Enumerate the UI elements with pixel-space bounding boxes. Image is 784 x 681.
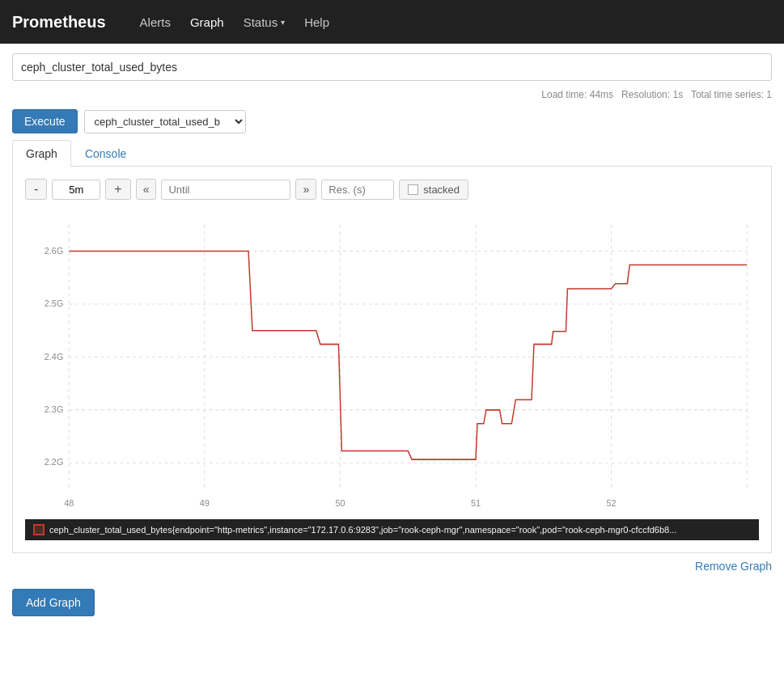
execute-button[interactable]: Execute xyxy=(12,109,78,133)
nav-alerts[interactable]: Alerts xyxy=(130,9,180,36)
svg-text:2.5G: 2.5G xyxy=(44,298,63,308)
legend-color-swatch xyxy=(33,524,44,535)
brand-link[interactable]: Prometheus xyxy=(12,13,106,32)
until-input[interactable] xyxy=(161,180,290,200)
svg-text:2.4G: 2.4G xyxy=(44,351,63,361)
load-time-value: 44ms xyxy=(590,89,613,100)
graph-panel: - + « » stacked .grid-line { stroke: #dd… xyxy=(12,167,772,553)
tab-graph[interactable]: Graph xyxy=(12,140,71,167)
svg-text:51: 51 xyxy=(471,498,481,508)
stacked-button[interactable]: stacked xyxy=(399,180,468,200)
zoom-in-button[interactable]: + xyxy=(105,179,130,200)
controls-row: Execute ceph_cluster_total_used_b xyxy=(12,109,772,133)
dropdown-caret-icon: ▾ xyxy=(281,18,285,27)
nav-status[interactable]: Status ▾ xyxy=(234,9,295,36)
svg-text:48: 48 xyxy=(64,498,74,508)
nav-forward-button[interactable]: » xyxy=(295,179,316,200)
tab-bar: Graph Console xyxy=(12,140,772,167)
main-content: Load time: 44ms Resolution: 1s Total tim… xyxy=(0,44,784,626)
resolution-label: Resolution: xyxy=(621,89,670,100)
chart-svg: .grid-line { stroke: #ddd; stroke-width:… xyxy=(25,212,759,519)
svg-text:50: 50 xyxy=(335,498,345,508)
nav-graph[interactable]: Graph xyxy=(180,9,234,36)
res-input[interactable] xyxy=(321,180,394,200)
navbar: Prometheus Alerts Graph Status ▾ Help xyxy=(0,0,784,44)
svg-text:52: 52 xyxy=(607,498,617,508)
resolution-value: 1s xyxy=(672,89,683,100)
nav-back-button[interactable]: « xyxy=(136,179,157,200)
add-graph-button[interactable]: Add Graph xyxy=(12,589,95,616)
svg-text:2.3G: 2.3G xyxy=(44,404,63,414)
stacked-label: stacked xyxy=(423,184,460,196)
query-input[interactable] xyxy=(12,53,772,81)
graph-controls: - + « » stacked xyxy=(25,179,759,200)
total-series-value: 1 xyxy=(766,89,772,100)
duration-input[interactable] xyxy=(52,180,100,200)
svg-text:2.6G: 2.6G xyxy=(44,246,63,256)
remove-graph-link[interactable]: Remove Graph xyxy=(695,560,772,573)
zoom-out-button[interactable]: - xyxy=(25,179,47,200)
nav-help[interactable]: Help xyxy=(295,9,339,36)
legend-text: ceph_cluster_total_used_bytes{endpoint="… xyxy=(49,525,676,535)
bottom-row: Remove Graph xyxy=(12,560,772,573)
metric-select[interactable]: ceph_cluster_total_used_b xyxy=(84,110,246,133)
stats-row: Load time: 44ms Resolution: 1s Total tim… xyxy=(12,87,772,103)
chart-line xyxy=(69,252,747,460)
total-series-label: Total time series: xyxy=(691,89,764,100)
svg-text:2.2G: 2.2G xyxy=(44,457,63,467)
tab-console[interactable]: Console xyxy=(71,140,140,167)
svg-text:49: 49 xyxy=(200,498,210,508)
load-time-label: Load time: xyxy=(541,89,587,100)
chart-container: .grid-line { stroke: #ddd; stroke-width:… xyxy=(25,212,759,519)
stacked-checkbox-icon xyxy=(408,184,418,195)
legend: ceph_cluster_total_used_bytes{endpoint="… xyxy=(25,519,759,540)
